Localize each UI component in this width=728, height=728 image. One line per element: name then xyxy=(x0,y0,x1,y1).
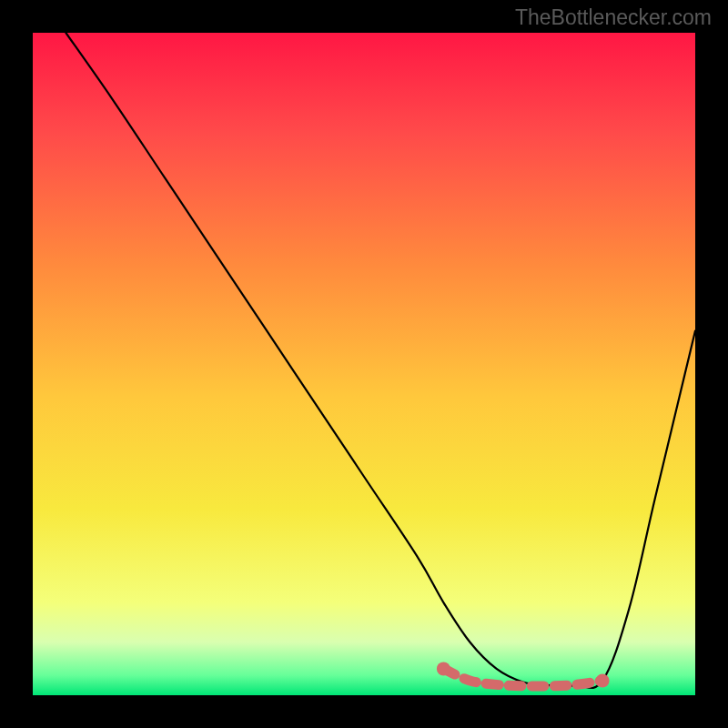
chart-container: TheBottlenecker.com xyxy=(0,0,728,728)
plot-area xyxy=(33,33,695,695)
svg-rect-0 xyxy=(33,33,695,695)
watermark-text: TheBottlenecker.com xyxy=(515,5,712,30)
highlight-endpoint xyxy=(596,673,610,687)
chart-svg xyxy=(33,33,695,695)
highlight-endpoint xyxy=(437,662,450,675)
